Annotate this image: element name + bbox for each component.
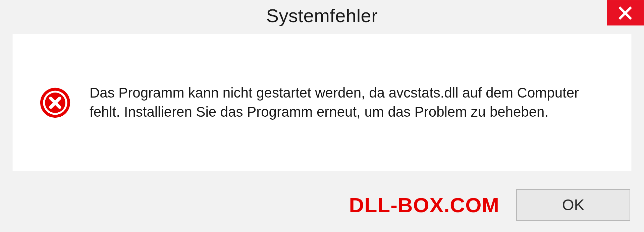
close-icon [617, 5, 634, 21]
dialog-footer: DLL-BOX.COM OK [0, 178, 644, 232]
error-message: Das Programm kann nicht gestartet werden… [90, 83, 615, 121]
close-button[interactable] [607, 0, 644, 25]
watermark-text: DLL-BOX.COM [349, 193, 499, 217]
dialog-title: Systemfehler [266, 5, 378, 26]
content-panel: Das Programm kann nicht gestartet werden… [12, 34, 632, 171]
error-icon [39, 87, 71, 119]
title-bar: Systemfehler [0, 0, 644, 31]
error-dialog: Systemfehler Das Programm kann nicht ges… [0, 0, 644, 232]
ok-button[interactable]: OK [516, 189, 630, 221]
